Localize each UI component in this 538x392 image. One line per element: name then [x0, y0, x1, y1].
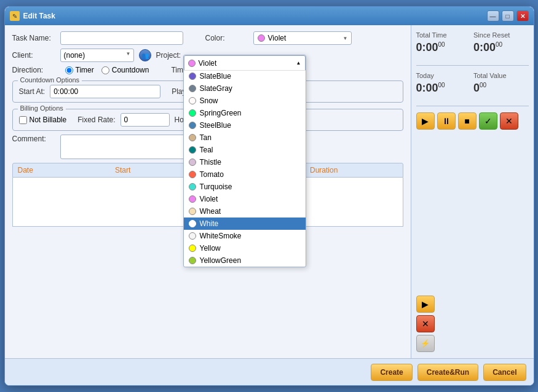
color-option-text: White	[200, 219, 219, 228]
close-button[interactable]: ✕	[516, 10, 529, 22]
total-value-value: 000	[473, 82, 529, 95]
color-option-thistle[interactable]: Thistle	[184, 156, 306, 168]
color-option-dot	[189, 109, 196, 117]
direction-label: Direction:	[12, 66, 55, 74]
remove-button[interactable]: ✕	[416, 315, 435, 332]
color-option-teal[interactable]: Teal	[184, 144, 306, 156]
color-option-dot	[189, 159, 196, 166]
color-option-text: Teal	[200, 146, 213, 154]
color-option-text: Thistle	[200, 158, 221, 167]
color-label: Color:	[205, 34, 248, 42]
bottom-bar: Create Create&Run Cancel	[5, 358, 534, 385]
col-date: Date	[13, 163, 111, 177]
title-bar-buttons: — □ ✕	[487, 10, 529, 22]
color-option-text: SteelBlue	[200, 121, 231, 130]
color-option-yellow[interactable]: Yellow	[184, 242, 306, 254]
color-option-dot	[189, 245, 196, 252]
color-option-springgreen[interactable]: SpringGreen	[184, 107, 306, 119]
total-time-label: Total Time	[416, 31, 472, 39]
dropdown-header: Violet ▲	[184, 55, 306, 70]
side-action-buttons: ▶ ✕ ⚡	[416, 296, 529, 352]
timer-label: Timer	[76, 66, 94, 74]
pause-icon: ⏸	[442, 116, 451, 126]
stop-button[interactable]: ■	[458, 112, 477, 130]
maximize-button[interactable]: □	[502, 10, 514, 22]
pause-button[interactable]: ⏸	[437, 112, 456, 130]
countdown-radio[interactable]	[101, 66, 109, 74]
not-billable-item: Not Billable	[19, 116, 67, 124]
window-body: Task Name: Color: Violet ▼ Client: (none…	[5, 25, 534, 358]
direction-radio-group: Timer Countdown	[65, 66, 149, 74]
countdown-options-label: Countdown Options	[18, 76, 82, 84]
color-dropdown-overlay: Violet ▲ SlateBlueSlateGraySnowSpringGre…	[183, 55, 306, 267]
today-value: 0:0000	[416, 82, 472, 95]
color-option-tan[interactable]: Tan	[184, 131, 306, 144]
start-at-input[interactable]	[50, 85, 160, 98]
color-option-dot	[189, 195, 196, 203]
dropdown-list[interactable]: SlateBlueSlateGraySnowSpringGreenSteelBl…	[184, 70, 306, 267]
color-option-violet[interactable]: Violet	[184, 193, 306, 205]
discard-button[interactable]: ✕	[500, 112, 518, 130]
color-option-text: WhiteSmoke	[200, 232, 242, 240]
color-option-dot	[189, 122, 196, 129]
controls-divider	[416, 106, 529, 106]
color-option-text: Tan	[200, 133, 212, 142]
color-option-slateblue[interactable]: SlateBlue	[184, 70, 306, 82]
color-option-turquoise[interactable]: Turquoise	[184, 181, 306, 193]
client-label: Client:	[12, 51, 55, 60]
color-option-whitesmoke[interactable]: WhiteSmoke	[184, 230, 306, 242]
right-panel: Total Time Since Reset 0:0000 0:0000 Tod…	[411, 25, 534, 358]
edit-task-window: ✎ Edit Task — □ ✕ Task Name: Color: Viol…	[4, 6, 534, 386]
play-icon: ▶	[422, 116, 429, 126]
task-name-input[interactable]	[60, 31, 183, 45]
since-reset-value: 0:0000	[473, 41, 529, 54]
task-name-label: Task Name:	[12, 34, 55, 42]
color-option-snow[interactable]: Snow	[184, 95, 306, 107]
color-option-steelblue[interactable]: SteelBlue	[184, 119, 306, 131]
color-option-yellowgreen[interactable]: YellowGreen	[184, 254, 306, 267]
main-panel: Task Name: Color: Violet ▼ Client: (none…	[5, 25, 411, 358]
confirm-button[interactable]: ✓	[479, 112, 497, 130]
cancel-button[interactable]: Cancel	[483, 364, 526, 381]
client-select-wrapper: (none)	[60, 49, 134, 62]
fixed-rate-input[interactable]	[121, 113, 170, 127]
start-at-label: Start At:	[19, 87, 45, 96]
color-option-text: Snow	[200, 96, 218, 105]
task-name-row: Task Name: Color: Violet ▼	[12, 31, 403, 45]
color-option-dot	[189, 134, 196, 141]
fixed-rate-label: Fixed Rate:	[77, 116, 115, 124]
stop-icon: ■	[464, 116, 469, 126]
timer-radio[interactable]	[65, 66, 73, 74]
stats-divider	[416, 65, 529, 66]
countdown-radio-item: Countdown	[101, 66, 149, 74]
color-option-dot	[189, 208, 196, 215]
color-option-dot	[189, 146, 196, 154]
color-option-dot	[189, 232, 196, 240]
color-option-text: Violet	[200, 195, 218, 203]
color-option-text: SpringGreen	[200, 109, 242, 117]
color-option-white[interactable]: White	[184, 218, 306, 230]
check-icon: ✓	[485, 116, 492, 126]
total-time-value: 0:0000	[416, 41, 472, 54]
add-client-button[interactable]: 👥	[139, 49, 151, 61]
color-option-wheat[interactable]: Wheat	[184, 205, 306, 218]
color-option-tomato[interactable]: Tomato	[184, 168, 306, 181]
add-client-icon: 👥	[141, 52, 149, 59]
color-dropdown-button[interactable]: Violet ▼	[253, 31, 352, 45]
header-color-dot	[188, 60, 196, 67]
color-option-text: SlateBlue	[200, 72, 231, 80]
color-option-dot	[189, 85, 196, 92]
play-button[interactable]: ▶	[416, 112, 435, 130]
since-reset-label: Since Reset	[473, 31, 529, 39]
color-option-slategray[interactable]: SlateGray	[184, 82, 306, 95]
go-button[interactable]: ▶	[416, 296, 435, 313]
edit-icon: ⚡	[421, 339, 430, 348]
edit-button[interactable]: ⚡	[416, 335, 435, 352]
create-button[interactable]: Create	[371, 364, 412, 381]
col-duration: Duration	[305, 163, 403, 177]
not-billable-checkbox[interactable]	[19, 116, 27, 124]
window-icon: ✎	[10, 11, 20, 21]
minimize-button[interactable]: —	[487, 10, 499, 22]
client-select[interactable]: (none)	[60, 49, 134, 62]
create-run-button[interactable]: Create&Run	[417, 364, 478, 381]
